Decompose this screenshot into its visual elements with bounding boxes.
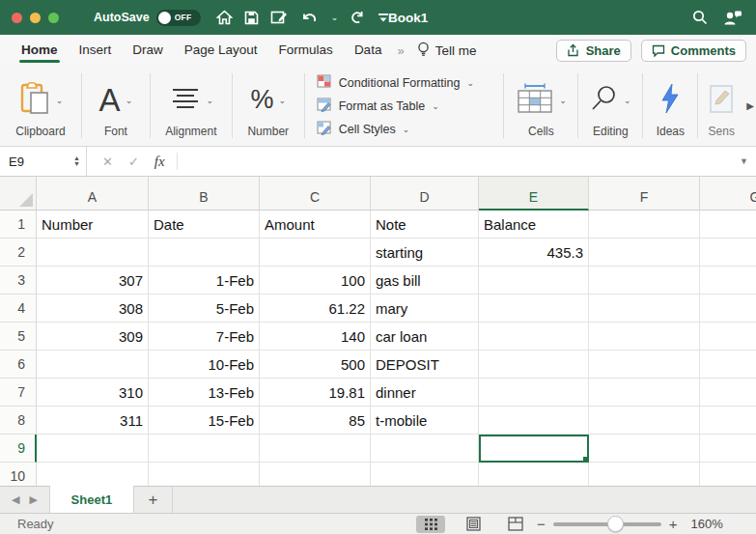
cell-E10[interactable] [479, 463, 589, 486]
cell-D7[interactable]: dinner [371, 379, 479, 407]
tab-home[interactable]: Home [21, 37, 58, 64]
cell-G4[interactable] [700, 295, 756, 323]
page-break-view-button[interactable] [501, 516, 530, 533]
search-icon[interactable] [692, 10, 708, 25]
cell-D2[interactable]: starting [371, 239, 479, 267]
next-sheet-icon[interactable]: ▶ [29, 493, 37, 506]
ideas-group[interactable]: Ideas [643, 66, 697, 146]
minimize-window-button[interactable] [30, 13, 41, 23]
cell-D8[interactable]: t-mobile [371, 407, 479, 435]
formula-input[interactable] [178, 147, 756, 176]
format-as-table-button[interactable]: Format as Table ⌄ [317, 98, 492, 115]
comments-button[interactable]: Comments [641, 40, 746, 62]
name-box[interactable]: E9 ▲▼ [0, 147, 87, 176]
home-icon[interactable] [216, 10, 233, 25]
cell-C4[interactable]: 61.22 [260, 295, 371, 323]
cell-B5[interactable]: 7-Feb [149, 323, 260, 351]
cell-B1[interactable]: Date [149, 211, 260, 239]
cell-A4[interactable]: 308 [37, 295, 149, 323]
row-header-7[interactable]: 7 [0, 379, 37, 407]
cell-B8[interactable]: 15-Feb [149, 407, 260, 435]
column-header-D[interactable]: D [371, 177, 479, 211]
insert-function-icon[interactable]: fx [154, 154, 165, 170]
cell-B6[interactable]: 10-Feb [149, 351, 260, 379]
name-box-stepper[interactable]: ▲▼ [73, 155, 80, 167]
fill-handle[interactable] [582, 456, 588, 462]
cell-F10[interactable] [589, 463, 700, 486]
cell-B10[interactable] [149, 463, 260, 486]
row-header-6[interactable]: 6 [0, 351, 37, 379]
cell-B4[interactable]: 5-Feb [149, 295, 260, 323]
print-preview-icon[interactable] [270, 10, 289, 25]
add-sheet-button[interactable]: + [134, 487, 173, 513]
cell-styles-button[interactable]: Cell Styles ⌄ [317, 121, 492, 138]
cell-E5[interactable] [479, 323, 589, 351]
cell-G9[interactable] [700, 435, 756, 463]
row-header-1[interactable]: 1 [0, 211, 37, 239]
cell-G6[interactable] [700, 351, 756, 379]
alignment-group[interactable]: ⌄ Alignment [151, 66, 232, 146]
cell-F5[interactable] [589, 323, 700, 351]
cells-group[interactable]: ⌄ Cells [504, 66, 577, 146]
tab-insert[interactable]: Insert [79, 37, 112, 64]
cell-C7[interactable]: 19.81 [260, 379, 371, 407]
cell-B3[interactable]: 1-Feb [149, 267, 260, 295]
cell-E7[interactable] [479, 379, 589, 407]
cell-D10[interactable] [371, 463, 479, 486]
cell-E1[interactable]: Balance [479, 211, 589, 239]
cell-D1[interactable]: Note [371, 211, 479, 239]
cell-A8[interactable]: 311 [37, 407, 149, 435]
cell-A2[interactable] [37, 239, 149, 267]
clipboard-group[interactable]: ⌄ Clipboard [0, 66, 81, 146]
cell-E6[interactable] [479, 351, 589, 379]
cell-D4[interactable]: mary [371, 295, 479, 323]
cell-B7[interactable]: 13-Feb [149, 379, 260, 407]
conditional-formatting-button[interactable]: Conditional Formatting ⌄ [317, 74, 492, 92]
cell-E9[interactable] [479, 435, 589, 463]
zoom-out-button[interactable]: − [537, 516, 546, 532]
column-header-B[interactable]: B [149, 177, 260, 211]
cell-F4[interactable] [589, 295, 700, 323]
zoom-in-button[interactable]: + [669, 516, 678, 532]
cell-F8[interactable] [589, 407, 700, 435]
cell-A1[interactable]: Number [37, 211, 149, 239]
expand-formula-bar-icon[interactable]: ▼ [740, 156, 748, 166]
undo-icon[interactable] [300, 11, 318, 25]
row-header-5[interactable]: 5 [0, 323, 37, 351]
column-header-F[interactable]: F [589, 177, 700, 211]
zoom-slider[interactable] [553, 522, 661, 526]
cell-C9[interactable] [260, 435, 371, 463]
cell-G2[interactable] [700, 239, 756, 267]
column-header-E[interactable]: E [479, 177, 589, 211]
cell-G10[interactable] [700, 463, 756, 486]
cell-C2[interactable] [260, 239, 371, 267]
row-header-4[interactable]: 4 [0, 295, 37, 323]
cell-B9[interactable] [149, 435, 260, 463]
row-header-3[interactable]: 3 [0, 267, 37, 295]
cell-D9[interactable] [371, 435, 479, 463]
cell-D3[interactable]: gas bill [371, 267, 479, 295]
cell-G5[interactable] [700, 323, 756, 351]
prev-sheet-icon[interactable]: ◀ [12, 493, 19, 506]
tab-page-layout[interactable]: Page Layout [184, 37, 258, 64]
cell-C10[interactable] [260, 463, 371, 486]
autosave-toggle[interactable]: OFF [156, 10, 201, 26]
normal-view-button[interactable] [416, 516, 445, 533]
cell-F9[interactable] [589, 435, 700, 463]
cell-F1[interactable] [589, 211, 700, 239]
cell-G1[interactable] [700, 211, 756, 239]
save-icon[interactable] [244, 11, 259, 25]
font-group[interactable]: A ⌄ Font [82, 66, 150, 146]
ribbon-overflow-arrow-icon[interactable]: ▶ [744, 66, 756, 146]
tell-me-control[interactable]: Tell me [417, 42, 477, 60]
cell-F7[interactable] [589, 379, 700, 407]
undo-dropdown-chevron[interactable]: ⌄ [331, 13, 339, 22]
enter-icon[interactable]: ✓ [128, 155, 139, 169]
row-header-9[interactable]: 9 [0, 435, 37, 463]
cell-E4[interactable] [479, 295, 589, 323]
cell-D5[interactable]: car loan [371, 323, 479, 351]
sheet-tab-sheet1[interactable]: Sheet1 [49, 486, 134, 513]
column-header-C[interactable]: C [260, 177, 371, 211]
column-header-G[interactable]: G [700, 177, 756, 211]
cell-F3[interactable] [589, 267, 700, 295]
